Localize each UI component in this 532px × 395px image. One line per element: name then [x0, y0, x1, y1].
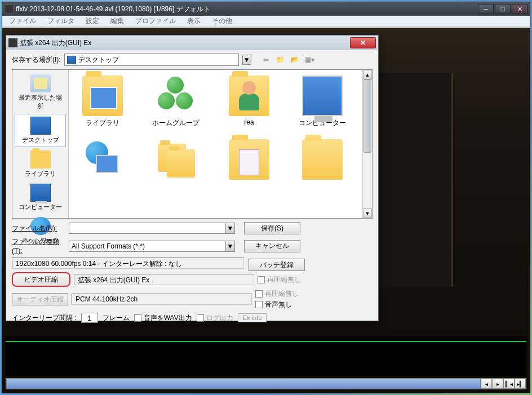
audio-compress-info: PCM 44.100kHz 2ch	[72, 294, 252, 305]
checkbox-icon	[258, 276, 265, 283]
interleave-label: インターリーブ間隔 :	[12, 313, 77, 323]
network-big-icon	[82, 139, 123, 180]
seek-next-button[interactable]: ▸	[492, 379, 503, 389]
save-button[interactable]: 保存(S)	[244, 222, 300, 234]
file-item-homegroup[interactable]: ホームグループ	[148, 76, 204, 128]
cancel-button[interactable]: キャンセル	[244, 240, 300, 252]
no-recompress-video-checkbox[interactable]: 再圧縮無し	[258, 275, 301, 285]
nav-new-folder-icon[interactable]: 📂	[290, 54, 301, 65]
scroll-up-button[interactable]: ▲	[363, 70, 372, 79]
nav-view-icon[interactable]: ▦▾	[304, 54, 316, 65]
nav-back-icon[interactable]: ⇦	[260, 54, 272, 65]
file-label: ホームグループ	[152, 118, 200, 128]
file-item-computer[interactable]: コンピューター	[294, 76, 351, 128]
video-info-box: 1920x1080 60.000fps 0:14 - インターレース解除 : な…	[12, 258, 244, 269]
place-label: 最近表示した場所	[17, 94, 64, 110]
dialog-title: 拡張 x264 出力(GUI) Ex	[20, 38, 350, 48]
file-item-user[interactable]: rea	[221, 76, 277, 128]
checkbox-icon	[255, 290, 263, 298]
folder-doc-icon	[229, 139, 269, 180]
timeline[interactable]	[6, 336, 526, 376]
menu-profile[interactable]: プロファイル	[131, 15, 180, 27]
filetype-label: ファイルの種類(T):	[12, 237, 65, 255]
place-label: ライブラリ	[25, 170, 56, 178]
menu-edit[interactable]: 編集	[106, 15, 128, 27]
interleave-input[interactable]	[81, 313, 98, 323]
checkbox-icon	[134, 314, 141, 322]
file-label: ライブラリ	[86, 118, 119, 128]
seek-thumb[interactable]	[6, 379, 481, 389]
ex-info-button[interactable]: Ex info	[238, 313, 267, 322]
file-label: rea	[244, 118, 254, 126]
main-titlebar: ffxiv 2013-12-08 01-54-46-49.avi (1920,1…	[2, 2, 530, 16]
maximize-button[interactable]: □	[495, 4, 511, 14]
log-output-checkbox[interactable]: ログ出力	[197, 313, 233, 323]
no-audio-checkbox[interactable]: 音声無し	[255, 300, 299, 309]
scroll-thumb[interactable]	[363, 79, 371, 153]
place-library[interactable]: ライブラリ	[15, 148, 66, 180]
place-computer[interactable]: コンピューター	[15, 181, 66, 214]
seek-prev-button[interactable]: ◂	[481, 379, 492, 389]
window-title: ffxiv 2013-12-08 01-54-46-49.avi (1920,1…	[16, 5, 478, 14]
filetype-combo[interactable]: All Support Formats (*.*)	[69, 241, 226, 252]
user-folder-icon	[229, 76, 269, 116]
file-item-folder-doc[interactable]	[221, 139, 277, 182]
place-label: デスクトップ	[22, 136, 59, 144]
location-combo[interactable]: デスクトップ	[64, 54, 239, 66]
seek-bar: ◂ ▸ ▎◂ ▸▎	[6, 378, 526, 389]
file-item-folders[interactable]	[148, 139, 204, 182]
filetype-dropdown-button[interactable]: ▼	[226, 241, 235, 252]
library-folder-icon	[82, 76, 123, 116]
dialog-titlebar: 拡張 x264 出力(GUI) Ex ✕	[6, 35, 378, 50]
recent-icon	[30, 74, 51, 92]
dialog-icon	[8, 38, 17, 47]
place-desktop[interactable]: デスクトップ	[15, 114, 66, 147]
audio-compress-button: オーディオ圧縮	[12, 293, 68, 305]
nav-up-icon[interactable]: 📁	[275, 54, 286, 65]
batch-register-button[interactable]: バッチ登録	[249, 259, 305, 271]
menubar: ファイル フィルタ 設定 編集 プロファイル 表示 その他	[2, 16, 530, 27]
computer-icon	[30, 184, 51, 202]
video-compress-info: 拡張 x264 出力(GUI) Ex	[74, 274, 254, 285]
places-bar: 最近表示した場所 デスクトップ ライブラリ コンピューター ネットワーク	[12, 70, 69, 218]
save-dialog: 拡張 x264 出力(GUI) Ex ✕ 保存する場所(I): デスクトップ ▼…	[6, 35, 379, 321]
wav-output-checkbox[interactable]: 音声をWAV出力	[134, 313, 192, 323]
menu-view[interactable]: 表示	[183, 15, 205, 27]
filename-label: ファイル名(N):	[12, 224, 65, 233]
scroll-down-button[interactable]: ▼	[363, 208, 372, 218]
seek-last-button[interactable]: ▸▎	[515, 379, 526, 389]
location-label: 保存する場所(I):	[12, 55, 61, 65]
homegroup-icon	[156, 76, 196, 116]
place-recent[interactable]: 最近表示した場所	[15, 72, 66, 113]
seek-track[interactable]	[6, 379, 481, 389]
file-item-folder[interactable]	[294, 139, 351, 182]
video-compress-button[interactable]: ビデオ圧縮	[12, 272, 70, 287]
close-button[interactable]: ✕	[512, 4, 527, 14]
computer-big-icon	[302, 76, 343, 116]
menu-settings[interactable]: 設定	[81, 15, 104, 27]
timeline-marker	[6, 341, 526, 342]
folders-icon	[156, 139, 196, 180]
file-item-library[interactable]: ライブラリ	[74, 76, 131, 128]
dialog-close-button[interactable]: ✕	[350, 37, 376, 48]
desktop-icon	[67, 56, 76, 64]
location-value: デスクトップ	[78, 55, 236, 65]
file-scrollbar: ▲ ▼	[362, 70, 372, 218]
menu-other[interactable]: その他	[207, 15, 237, 27]
menu-filter[interactable]: フィルタ	[43, 15, 79, 27]
desktop-place-icon	[30, 117, 51, 135]
interleave-unit: フレーム	[103, 313, 130, 323]
filename-dropdown-button[interactable]: ▼	[226, 223, 235, 234]
checkbox-icon	[255, 301, 263, 308]
minimize-button[interactable]: ─	[478, 4, 494, 14]
place-label: コンピューター	[19, 203, 62, 211]
location-dropdown-button[interactable]: ▼	[242, 55, 251, 65]
no-recompress-audio-checkbox[interactable]: 再圧縮無し	[255, 289, 299, 299]
seek-first-button[interactable]: ▎◂	[503, 379, 515, 389]
folder-icon	[302, 139, 343, 180]
file-list[interactable]: ライブラリ ホームグループ rea コンピューター	[69, 70, 372, 218]
filename-input[interactable]	[69, 223, 226, 234]
library-icon	[30, 150, 51, 168]
file-item-network[interactable]	[74, 139, 131, 182]
menu-file[interactable]: ファイル	[5, 15, 41, 27]
